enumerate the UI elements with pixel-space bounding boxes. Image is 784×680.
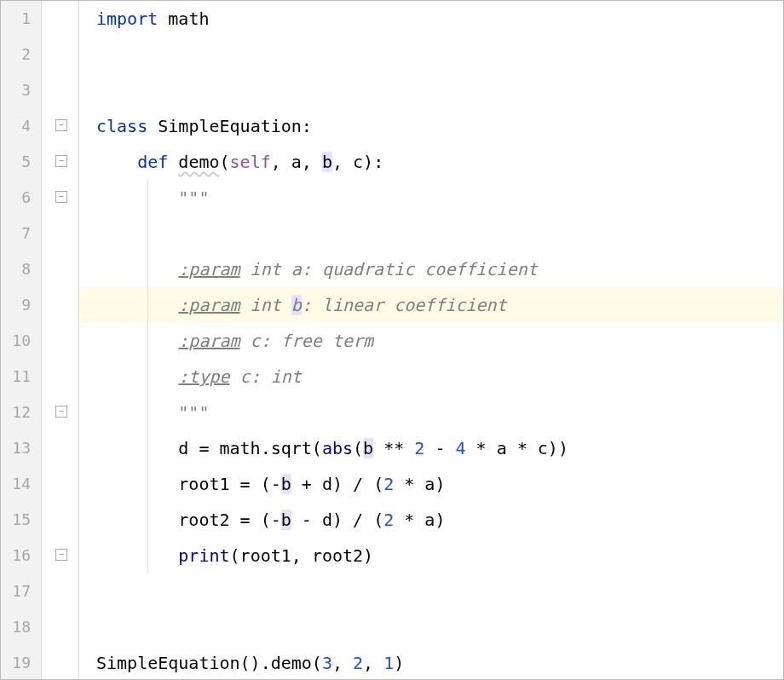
doc-param-tag: :param bbox=[178, 295, 239, 315]
number-literal: 1 bbox=[383, 653, 394, 673]
docstring-text: c: int bbox=[230, 366, 302, 387]
line-number: 2 bbox=[1, 37, 41, 72]
code-line-current: :param int b: linear coefficient bbox=[79, 287, 783, 323]
param-b-highlight: b bbox=[322, 152, 332, 172]
code-line: d = math.sqrt(abs(b ** 2 - 4 * a * c)) bbox=[79, 430, 783, 466]
line-number: 14 bbox=[1, 466, 41, 502]
code-line: SimpleEquation().demo(3, 2, 1) bbox=[79, 645, 783, 680]
keyword-import: import bbox=[96, 9, 158, 29]
number-literal: 2 bbox=[353, 653, 363, 673]
code-line: :type c: int bbox=[79, 359, 783, 395]
code-line bbox=[79, 573, 783, 609]
line-number: 7 bbox=[1, 216, 41, 251]
line-number: 19 bbox=[1, 645, 41, 680]
line-number: 16 bbox=[1, 538, 41, 573]
code-line: import math bbox=[79, 1, 783, 37]
keyword-def: def bbox=[137, 152, 168, 172]
line-number: 10 bbox=[1, 323, 41, 359]
line-number: 5 bbox=[1, 144, 41, 180]
code-line bbox=[79, 72, 783, 108]
code-line: print(root1, root2) bbox=[79, 538, 783, 573]
fold-marker-icon[interactable] bbox=[55, 119, 67, 131]
builtin-print: print bbox=[178, 545, 229, 566]
keyword-class: class bbox=[96, 116, 147, 136]
code-line bbox=[79, 37, 783, 72]
docstring-close: """ bbox=[178, 402, 209, 423]
code-line: :param c: free term bbox=[79, 323, 783, 359]
line-number: 8 bbox=[1, 251, 41, 287]
fold-gutter bbox=[42, 1, 79, 679]
docstring-open: """ bbox=[178, 187, 209, 208]
code-editor[interactable]: 1 2 3 4 5 6 7 8 9 10 11 12 13 14 15 16 1… bbox=[1, 1, 783, 679]
fold-marker-icon[interactable] bbox=[55, 155, 67, 167]
code-line: root1 = (-b + d) / (2 * a) bbox=[79, 466, 783, 502]
line-number: 12 bbox=[1, 395, 41, 430]
doc-type-tag: :type bbox=[178, 366, 229, 387]
fold-marker-icon[interactable] bbox=[55, 549, 67, 561]
line-number: 9 bbox=[1, 287, 41, 323]
code-line: :param int a: quadratic coefficient bbox=[79, 251, 783, 287]
code-line: root2 = (-b - d) / (2 * a) bbox=[79, 502, 783, 538]
param-self: self bbox=[230, 152, 271, 172]
code-line bbox=[79, 216, 783, 251]
line-number: 3 bbox=[1, 72, 41, 108]
line-number: 18 bbox=[1, 609, 41, 645]
line-number: 17 bbox=[1, 573, 41, 609]
code-line bbox=[79, 609, 783, 645]
line-number-gutter: 1 2 3 4 5 6 7 8 9 10 11 12 13 14 15 16 1… bbox=[1, 1, 42, 679]
line-number: 6 bbox=[1, 180, 41, 216]
number-literal: 2 bbox=[414, 438, 424, 458]
code-area[interactable]: import math class SimpleEquation: def de… bbox=[79, 1, 783, 679]
builtin-abs: abs bbox=[322, 438, 353, 458]
line-number: 11 bbox=[1, 359, 41, 395]
class-name: SimpleEquation: bbox=[158, 116, 312, 136]
code-line: """ bbox=[79, 180, 783, 216]
fold-marker-icon[interactable] bbox=[55, 191, 67, 203]
code-line: class SimpleEquation: bbox=[79, 108, 783, 144]
var-b-highlight: b bbox=[363, 438, 373, 458]
code-line: def demo(self, a, b, c): bbox=[79, 144, 783, 180]
number-literal: 2 bbox=[383, 510, 394, 530]
line-number: 15 bbox=[1, 502, 41, 538]
line-number: 1 bbox=[1, 1, 41, 37]
code-line: """ bbox=[79, 395, 783, 430]
param-b-highlight: b bbox=[291, 295, 302, 315]
docstring-text: int a: quadratic coefficient bbox=[240, 259, 538, 279]
fold-marker-icon[interactable] bbox=[55, 406, 67, 418]
method-name: demo bbox=[178, 152, 219, 172]
number-literal: 3 bbox=[322, 653, 332, 673]
number-literal: 4 bbox=[455, 438, 465, 458]
docstring-text: c: free term bbox=[240, 331, 374, 351]
line-number: 4 bbox=[1, 108, 41, 144]
number-literal: 2 bbox=[383, 474, 394, 494]
module-name: math bbox=[168, 9, 209, 29]
var-b-highlight: b bbox=[281, 474, 291, 494]
var-b-highlight: b bbox=[281, 510, 291, 530]
doc-param-tag: :param bbox=[178, 331, 239, 351]
doc-param-tag: :param bbox=[178, 259, 239, 279]
docstring-text: : linear coefficient bbox=[302, 295, 507, 315]
line-number: 13 bbox=[1, 430, 41, 466]
